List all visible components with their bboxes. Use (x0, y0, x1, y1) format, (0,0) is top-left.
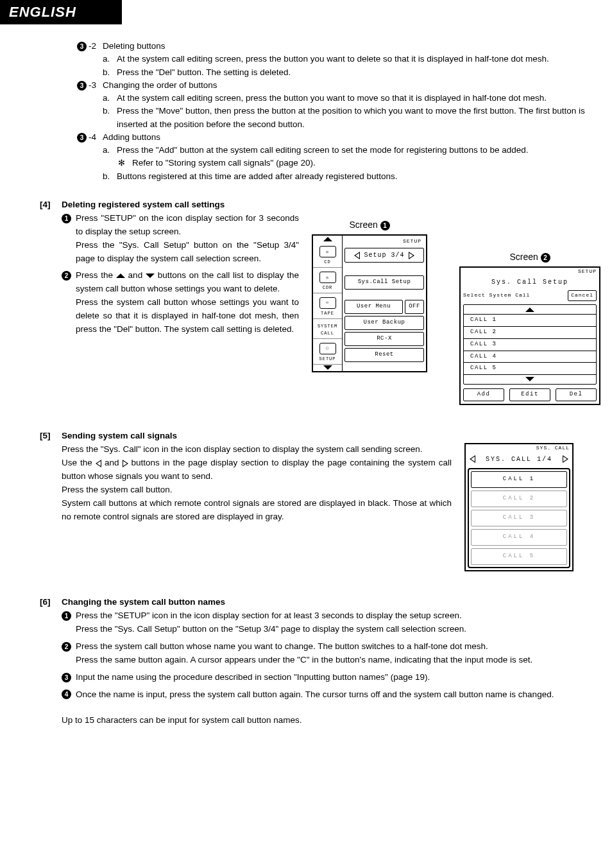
item-3-4-a: Press the "Add" button at the system cal… (117, 144, 586, 157)
item-3-4-note: Refer to "Storing system call signals" (… (132, 157, 586, 169)
section-6-num: [6] (40, 597, 62, 607)
call-button[interactable]: CALL 2 (471, 490, 567, 507)
item-3-3-a: At the system call editing screen, press… (117, 92, 586, 105)
setup-page-nav[interactable]: Setup 3/4 (344, 248, 424, 263)
add-button[interactable]: Add (463, 388, 504, 401)
section-6-step-1: 1 Press the "SETUP" icon in the icon dis… (62, 609, 586, 636)
item-3-4: 3 -4 Adding buttons (77, 131, 586, 144)
section-4-title: Deleting registered system call settings (62, 200, 225, 209)
suffix-3-2: -2 (89, 40, 103, 53)
next-page-icon[interactable] (409, 252, 414, 259)
s5-p3: Press the system call button. (62, 485, 173, 494)
s6-step2a: Press the system call button whose name … (76, 641, 488, 651)
screen-2-label: Screen 2 (459, 250, 600, 265)
suffix-3-3: -3 (89, 79, 103, 92)
badge-3: 3 (77, 133, 87, 143)
section-4-step-2: 2 Press the and buttons on the call list… (62, 269, 299, 336)
icon-setup[interactable]: ▢SETUP (313, 339, 342, 365)
call-select-list: CALL 1 CALL 2 CALL 3 CALL 4 CALL 5 (463, 304, 597, 385)
page-content: 3 -2 Deleting buttons a.At the system ca… (0, 40, 612, 727)
edit-button[interactable]: Edit (509, 388, 550, 401)
list-scroll-down-icon[interactable] (525, 377, 534, 381)
off-button[interactable]: OFF (405, 300, 424, 314)
user-menu-button[interactable]: User Menu (344, 300, 403, 314)
user-backup-button[interactable]: User Backup (344, 316, 424, 330)
next-page-icon[interactable] (563, 455, 568, 463)
section-6-step-4: 4 Once the name is input, press the syst… (62, 688, 586, 702)
screen2-mode-label: SETUP (461, 268, 599, 275)
syscall-page-nav: SYS. CALL 1/4 (466, 453, 572, 467)
icon-system-call[interactable]: SYSTEM CALL (313, 319, 342, 339)
section-4-step-1: 1 Press "SETUP" on the icon display sect… (62, 212, 299, 266)
list-item[interactable]: CALL 1 (464, 314, 596, 326)
section-6-heading: [6] Changing the system call button name… (40, 597, 586, 607)
s6-step4: Once the name is input, press the system… (76, 688, 586, 702)
rcx-button[interactable]: RC-X (344, 332, 424, 346)
section-3-continued: 3 -2 Deleting buttons a.At the system ca… (77, 40, 586, 183)
section-6-step-3: 3 Input the name using the procedure des… (62, 671, 586, 684)
title-3-2: Deleting buttons (103, 40, 586, 53)
s4-step1b: Press the "Sys. Call Setup" button on th… (76, 240, 299, 263)
arrow-up-icon (116, 273, 125, 278)
s4-step1a: Press "SETUP" on the icon display sectio… (76, 213, 299, 236)
screen-2: SETUP Sys. Call Setup Select System Call… (459, 266, 600, 405)
badge-2: 2 (62, 271, 71, 281)
del-button[interactable]: Del (556, 388, 597, 401)
s5-p1: Press the "Sys. Call" icon in the icon d… (62, 444, 423, 454)
section-5-title: Sending system call signals (62, 431, 177, 440)
screen-1: ◎CD ◎CDR ▭TAPE SYSTEM CALL ▢SETUP SETUP (312, 234, 427, 372)
section-4-heading: [4] Deleting registered system call sett… (40, 200, 586, 209)
call-button[interactable]: CALL 3 (471, 510, 567, 526)
s6-step1a: Press the "SETUP" icon in the icon displ… (76, 611, 462, 620)
badge-4: 4 (62, 690, 71, 699)
cancel-button[interactable]: Cancel (568, 290, 597, 300)
reset-button[interactable]: Reset (344, 348, 424, 362)
arrow-down-icon (146, 273, 155, 278)
icon-cdr[interactable]: ◎CDR (313, 268, 342, 293)
screen2-title: Sys. Call Setup (461, 276, 599, 289)
list-scroll-up-icon[interactable] (525, 308, 534, 312)
call-button[interactable]: CALL 4 (471, 529, 567, 546)
badge-3: 3 (62, 673, 71, 682)
suffix-3-4: -4 (89, 131, 103, 144)
screen-1-wrap: Screen 1 ◎CD ◎CDR ▭TAPE SYSTEM CALL ▢SET… (312, 218, 427, 372)
list-item[interactable]: CALL 5 (464, 362, 596, 375)
call-button[interactable]: CALL 1 (471, 471, 567, 488)
section-5-num: [5] (40, 431, 62, 440)
badge-2: 2 (62, 642, 71, 652)
list-item[interactable]: CALL 2 (464, 326, 596, 338)
screen3-mode-label: SYS. CALL (466, 444, 572, 452)
list-item[interactable]: CALL 4 (464, 351, 596, 363)
s6-step2b: Press the same button again. A cursor ap… (76, 655, 532, 664)
item-3-4-b: Buttons registered at this time are adde… (117, 170, 586, 183)
title-3-3: Changing the order of buttons (103, 79, 586, 92)
syscall-page-label: SYS. CALL 1/4 (486, 455, 552, 465)
s4-step2-pre: Press the (76, 270, 113, 280)
list-item[interactable]: CALL 3 (464, 338, 596, 351)
sys-call-setup-button[interactable]: Sys.Call Setup (344, 275, 424, 290)
section-6-step-2: 2 Press the system call button whose nam… (62, 640, 586, 667)
arrow-right-icon (123, 460, 128, 467)
scroll-up-icon[interactable] (323, 237, 332, 241)
badge-1: 1 (62, 611, 71, 621)
setup-page-label: Setup 3/4 (364, 250, 404, 261)
s6-step3: Input the name using the procedure descr… (76, 671, 586, 684)
call-button[interactable]: CALL 5 (471, 548, 567, 565)
screen2-subtitle: Select System Call (463, 291, 565, 299)
item-3-2-a: At the system call editing screen, press… (117, 53, 586, 65)
prev-page-icon[interactable] (470, 455, 475, 463)
item-3-3: 3 -3 Changing the order of buttons (77, 79, 586, 92)
section-5-heading: [5] Sending system call signals (40, 431, 586, 440)
screen1-mode-label: SETUP (344, 238, 424, 245)
prev-page-icon[interactable] (354, 252, 360, 259)
icon-tape[interactable]: ▭TAPE (313, 293, 342, 319)
icon-cd[interactable]: ◎CD (313, 242, 342, 268)
section-4-num: [4] (40, 200, 62, 209)
scroll-down-icon[interactable] (323, 365, 332, 370)
item-3-2: 3 -2 Deleting buttons (77, 40, 586, 53)
s4-step2-mid: and (128, 270, 143, 280)
screen-2-wrap: Screen 2 SETUP Sys. Call Setup Select Sy… (459, 250, 600, 406)
s4-step2b: Press the system call button whose setti… (76, 297, 299, 334)
s5-p2-pre: Use the (62, 458, 92, 467)
s5-p4: System call buttons at which remote cont… (62, 498, 452, 521)
